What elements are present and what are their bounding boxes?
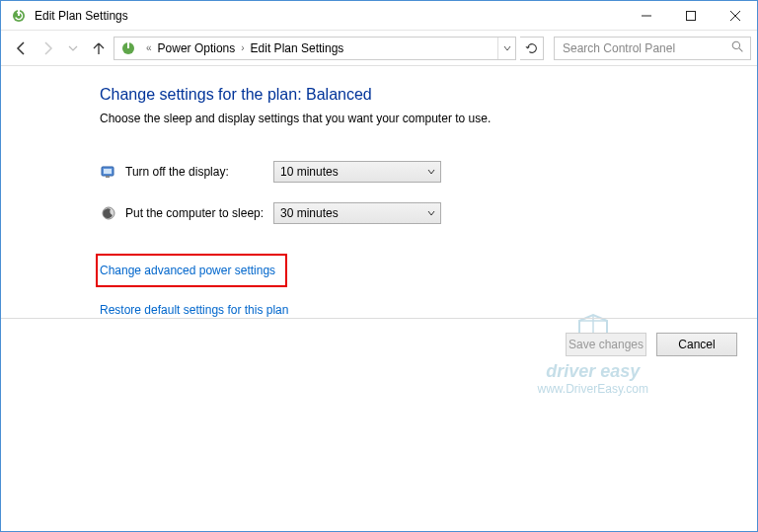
breadcrumb-power-options[interactable]: Power Options <box>156 41 238 55</box>
breadcrumb-edit-plan[interactable]: Edit Plan Settings <box>249 41 346 55</box>
search-input[interactable] <box>561 40 731 56</box>
page-heading: Change settings for the plan: Balanced <box>100 86 757 104</box>
minimize-button[interactable] <box>624 1 668 31</box>
highlight-box: Change advanced power settings <box>96 254 287 287</box>
breadcrumb-prefix: « <box>142 42 156 53</box>
close-button[interactable] <box>713 1 757 31</box>
svg-rect-4 <box>686 11 695 20</box>
display-timeout-dropdown[interactable]: 10 minutes <box>273 161 441 183</box>
svg-line-10 <box>739 47 743 51</box>
forward-button[interactable] <box>37 38 58 59</box>
cancel-button[interactable]: Cancel <box>656 333 737 356</box>
restore-defaults-link[interactable]: Restore default settings for this plan <box>100 303 288 317</box>
watermark-text-2: www.DriverEasy.com <box>538 382 648 396</box>
svg-rect-12 <box>104 169 112 174</box>
advanced-power-settings-link[interactable]: Change advanced power settings <box>100 264 275 277</box>
save-changes-button: Save changes <box>566 333 646 356</box>
address-dropdown-button[interactable] <box>497 38 515 59</box>
sleep-timeout-row: Put the computer to sleep: 30 minutes <box>100 202 757 224</box>
footer: Save changes Cancel <box>1 318 757 356</box>
content-area: Change settings for the plan: Balanced C… <box>1 66 757 531</box>
page-subtext: Choose the sleep and display settings th… <box>100 112 757 125</box>
watermark-text-1: driver easy <box>538 361 648 382</box>
sleep-icon <box>100 204 117 222</box>
search-box[interactable] <box>554 37 751 60</box>
maximize-button[interactable] <box>668 1 713 31</box>
search-icon <box>731 40 744 56</box>
window-title: Edit Plan Settings <box>35 9 128 23</box>
address-bar: « Power Options › Edit Plan Settings <box>1 31 757 66</box>
sleep-timeout-value: 30 minutes <box>280 206 339 220</box>
power-options-icon <box>118 38 138 58</box>
recent-locations-button[interactable] <box>62 38 84 59</box>
back-button[interactable] <box>11 38 33 59</box>
display-timeout-label: Turn off the display: <box>125 165 273 179</box>
svg-rect-8 <box>127 42 129 48</box>
refresh-button[interactable] <box>520 37 544 60</box>
chevron-right-icon: › <box>237 42 248 53</box>
up-button[interactable] <box>88 38 110 59</box>
sleep-timeout-dropdown[interactable]: 30 minutes <box>273 202 441 224</box>
window-frame: Edit Plan Settings <box>0 0 758 532</box>
power-options-icon <box>9 6 29 26</box>
display-icon <box>100 163 117 181</box>
display-timeout-row: Turn off the display: 10 minutes <box>100 161 757 183</box>
chevron-down-icon <box>422 162 440 182</box>
chevron-down-icon <box>422 203 440 223</box>
links-block: Change advanced power settings Restore d… <box>100 254 757 317</box>
breadcrumb[interactable]: « Power Options › Edit Plan Settings <box>114 37 516 60</box>
sleep-timeout-label: Put the computer to sleep: <box>125 206 273 220</box>
titlebar: Edit Plan Settings <box>1 1 757 31</box>
display-timeout-value: 10 minutes <box>280 165 339 179</box>
svg-rect-13 <box>106 176 110 178</box>
svg-point-9 <box>732 41 739 48</box>
